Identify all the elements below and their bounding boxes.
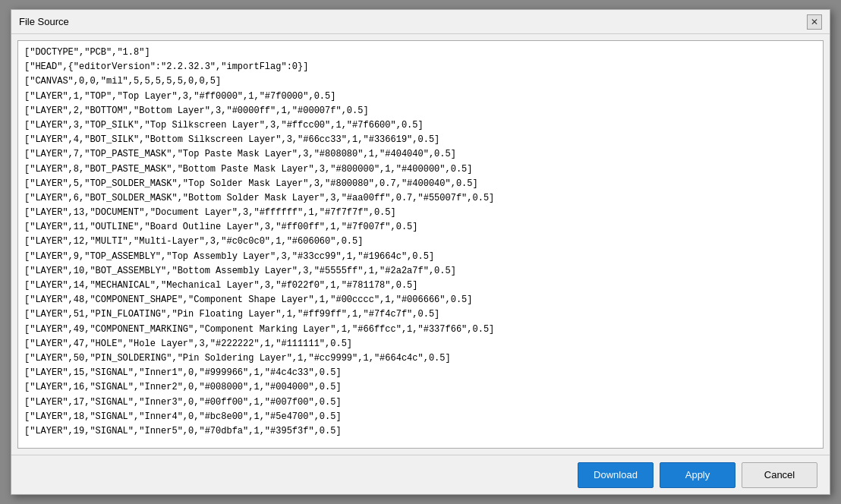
title-bar: File Source ✕ (11, 10, 830, 34)
apply-button[interactable]: Apply (660, 462, 735, 488)
button-bar: Download Apply Cancel (11, 455, 830, 494)
cancel-button[interactable]: Cancel (742, 462, 817, 488)
file-source-dialog: File Source ✕ ["DOCTYPE","PCB","1.8"] ["… (11, 9, 830, 495)
dialog-title: File Source (19, 16, 69, 27)
download-button[interactable]: Download (578, 462, 654, 488)
close-button[interactable]: ✕ (807, 14, 822, 30)
content-area: ["DOCTYPE","PCB","1.8"] ["HEAD",{"editor… (11, 34, 830, 455)
file-source-text[interactable]: ["DOCTYPE","PCB","1.8"] ["HEAD",{"editor… (17, 40, 824, 449)
